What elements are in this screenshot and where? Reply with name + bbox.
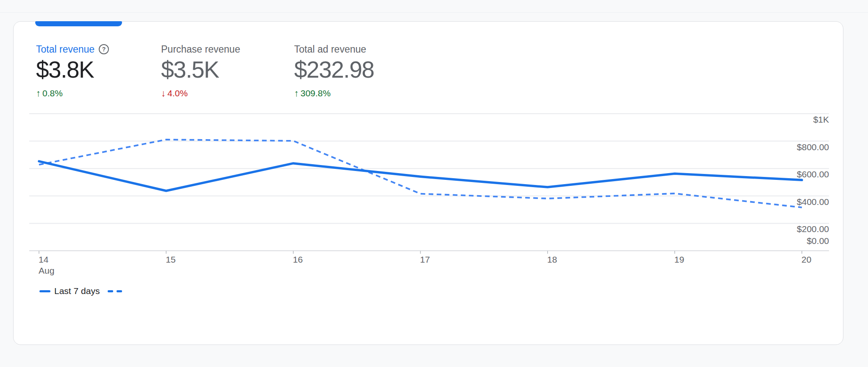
x-axis-label: 18: [547, 255, 557, 264]
legend-label: Last 7 days: [54, 286, 100, 296]
top-divider: [0, 12, 868, 13]
x-axis-sublabel: Aug: [39, 266, 54, 275]
y-axis-label: $0.00: [807, 236, 829, 246]
series-line-solid[interactable]: [39, 161, 802, 191]
y-axis-label: $200.00: [797, 224, 829, 234]
x-axis-label: 20: [801, 255, 811, 264]
y-axis-label: $400.00: [797, 197, 829, 207]
y-axis-label: $1K: [813, 115, 829, 124]
revenue-line-chart[interactable]: $1K$800.00$600.00$400.00$200.00$0.001415…: [14, 22, 843, 345]
y-axis-label: $600.00: [797, 169, 829, 179]
chart-legend: Last 7 days: [39, 285, 122, 297]
x-axis-label: 17: [420, 255, 430, 264]
revenue-summary-card: Total revenue ? $3.8K ↑ 0.8% Purchase re…: [13, 21, 843, 345]
legend-dashed-line-icon: [117, 290, 122, 292]
legend-dashed-line-icon: [108, 290, 113, 292]
y-axis-label: $800.00: [797, 142, 829, 152]
page-background: Total revenue ? $3.8K ↑ 0.8% Purchase re…: [0, 0, 868, 367]
x-axis-label: 15: [166, 255, 175, 264]
x-axis-label: 14: [39, 255, 49, 264]
x-axis-label: 19: [674, 255, 684, 264]
legend-solid-line-icon: [39, 290, 50, 292]
x-axis-label: 16: [293, 255, 303, 264]
